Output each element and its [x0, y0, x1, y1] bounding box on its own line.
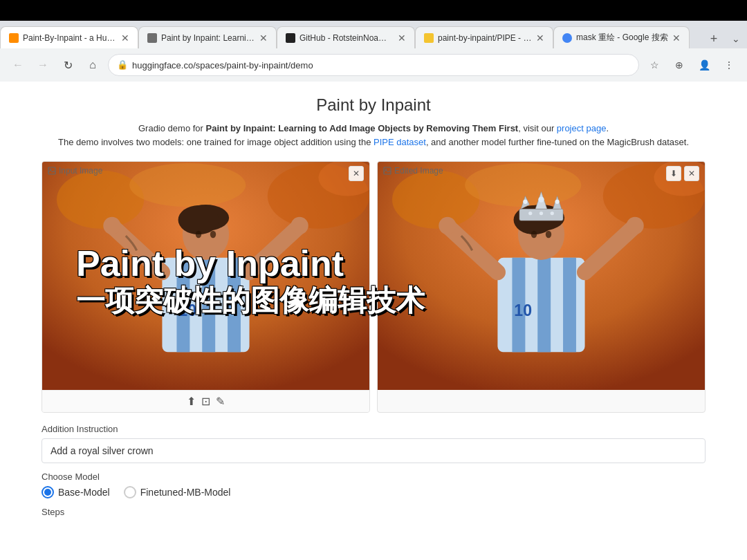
- base-model-label: Base-Model: [58, 487, 110, 498]
- steps-group: Steps: [42, 507, 706, 517]
- input-image-area[interactable]: 10: [42, 162, 369, 390]
- address-bar: ← → ↻ ⌂ 🔒 huggingface.co/spaces/paint-by…: [0, 48, 747, 82]
- model-group: Choose Model Base-Model Finetuned-MB-Mod…: [42, 472, 706, 498]
- edited-image-panel: Edited Image ⬇ ✕: [377, 161, 706, 413]
- tab-favicon-2: [147, 33, 157, 43]
- input-panel-controls: ✕: [349, 166, 364, 181]
- form-area: Addition Instruction Choose Model Base-M…: [42, 424, 706, 517]
- input-panel-label: Input Image: [48, 166, 102, 176]
- tab-google-search[interactable]: mask 重绘 - Google 搜索 ✕: [553, 26, 690, 48]
- svg-rect-10: [228, 258, 241, 353]
- page-description: Gradio demo for Paint by Inpaint: Learni…: [42, 122, 706, 149]
- svg-point-49: [528, 212, 532, 215]
- tab-label-1: Paint-By-Inpaint - a Huggi...: [23, 33, 117, 43]
- finetuned-model-radio[interactable]: [124, 486, 136, 498]
- edited-image-area[interactable]: 10: [378, 162, 705, 390]
- model-radio-group: Base-Model Finetuned-MB-Model: [42, 486, 706, 498]
- svg-point-14: [178, 205, 219, 234]
- home-button[interactable]: ⌂: [83, 55, 102, 75]
- crop-icon[interactable]: ⊡: [201, 395, 210, 408]
- tab-pipe[interactable]: paint-by-inpaint/PIPE - Data... ✕: [415, 26, 553, 48]
- input-close-button[interactable]: ✕: [349, 166, 364, 181]
- image-icon: [48, 167, 56, 175]
- finetuned-model-label: Finetuned-MB-Model: [140, 487, 231, 498]
- page-title: Paint by Inpaint: [42, 95, 706, 115]
- tab-label-4: paint-by-inpaint/PIPE - Data...: [438, 33, 532, 43]
- tab-close-4[interactable]: ✕: [536, 32, 544, 44]
- back-button[interactable]: ←: [8, 55, 28, 75]
- steps-label: Steps: [42, 507, 706, 517]
- tab-favicon-1: [9, 33, 19, 43]
- svg-point-47: [538, 196, 544, 202]
- svg-point-16: [210, 231, 216, 239]
- desc2-prefix: The demo involves two models: one traine…: [58, 137, 374, 147]
- svg-point-24: [392, 171, 479, 229]
- svg-text:10: 10: [514, 301, 532, 319]
- instruction-input[interactable]: [42, 438, 706, 463]
- edited-panel-controls: ⬇ ✕: [666, 166, 699, 181]
- more-button[interactable]: ⋮: [719, 55, 739, 75]
- tab-close-2[interactable]: ✕: [259, 32, 268, 44]
- svg-point-41: [626, 217, 643, 234]
- profile-button[interactable]: 👤: [694, 55, 714, 75]
- base-model-option[interactable]: Base-Model: [42, 486, 110, 498]
- pipe-dataset-link[interactable]: PIPE dataset: [374, 137, 426, 147]
- tab-close-5[interactable]: ✕: [672, 32, 681, 44]
- input-image-panel: Input Image ✕: [42, 161, 370, 413]
- svg-point-19: [103, 217, 120, 234]
- tab-close-1[interactable]: ✕: [121, 32, 129, 44]
- finetuned-model-option[interactable]: Finetuned-MB-Model: [124, 486, 231, 498]
- tab-label-3: GitHub - RotsteinNoam/Paint...: [299, 33, 394, 43]
- desc-bold: Paint by Inpaint: Learning to Add Image …: [206, 123, 519, 133]
- edit-icon[interactable]: ✎: [216, 395, 225, 408]
- tab-paint-by-inpaint[interactable]: Paint-By-Inpaint - a Huggi... ✕: [0, 26, 138, 48]
- page-content: Paint by Inpaint Gradio demo for Paint b…: [0, 82, 747, 560]
- svg-point-3: [57, 171, 144, 229]
- svg-point-50: [540, 212, 543, 215]
- forward-button[interactable]: →: [33, 55, 53, 75]
- svg-point-37: [546, 231, 551, 239]
- desc-suffix: .: [606, 123, 609, 133]
- project-page-link[interactable]: project page: [557, 123, 607, 133]
- url-bar[interactable]: 🔒 huggingface.co/spaces/paint-by-inpaint…: [108, 54, 639, 76]
- tab-label-5: mask 重绘 - Google 搜索: [576, 32, 668, 44]
- edited-panel-label: Edited Image: [383, 166, 443, 176]
- svg-rect-30: [537, 258, 551, 353]
- main-page: Paint by Inpaint Gradio demo for Paint b…: [0, 82, 747, 539]
- tab-favicon-4: [424, 33, 434, 43]
- svg-point-20: [290, 217, 308, 234]
- svg-point-51: [551, 212, 554, 215]
- top-bar: [0, 0, 747, 21]
- svg-rect-31: [563, 258, 576, 353]
- base-model-radio[interactable]: [42, 486, 54, 498]
- svg-point-25: [465, 163, 581, 207]
- new-tab-button[interactable]: +: [703, 29, 725, 48]
- svg-point-4: [129, 163, 246, 207]
- input-panel-footer: ⬆ ⊡ ✎: [42, 390, 369, 412]
- svg-point-15: [196, 231, 201, 239]
- edited-image-svg: 10: [378, 162, 705, 390]
- bookmark-button[interactable]: ☆: [645, 55, 664, 75]
- upload-icon[interactable]: ⬆: [187, 395, 196, 408]
- tab-github[interactable]: GitHub - RotsteinNoam/Paint... ✕: [277, 26, 415, 48]
- edited-download-button[interactable]: ⬇: [666, 166, 681, 181]
- svg-point-36: [531, 231, 537, 239]
- extension-button[interactable]: ⊕: [670, 55, 689, 75]
- tab-learning[interactable]: Paint by Inpaint: Learning to /... ✕: [138, 26, 277, 48]
- desc-middle: , visit our: [518, 123, 557, 133]
- input-image-svg: 10: [42, 162, 369, 390]
- url-text: huggingface.co/spaces/paint-by-inpaint/d…: [132, 60, 630, 71]
- edited-close-button[interactable]: ✕: [684, 166, 699, 181]
- desc2-suffix: , and another model further fine-tuned o…: [426, 137, 689, 147]
- instruction-label: Addition Instruction: [42, 424, 706, 434]
- tab-favicon-5: [562, 33, 572, 43]
- tab-menu-button[interactable]: ⌄: [725, 29, 747, 48]
- model-label: Choose Model: [42, 472, 706, 482]
- desc-prefix: Gradio demo for: [138, 123, 206, 133]
- edited-image-icon: [383, 167, 391, 175]
- lock-icon: 🔒: [117, 59, 128, 71]
- tab-close-3[interactable]: ✕: [398, 32, 406, 44]
- tab-bar: Paint-By-Inpaint - a Huggi... ✕ Paint by…: [0, 21, 747, 48]
- reload-button[interactable]: ↻: [58, 55, 77, 75]
- instruction-group: Addition Instruction: [42, 424, 706, 463]
